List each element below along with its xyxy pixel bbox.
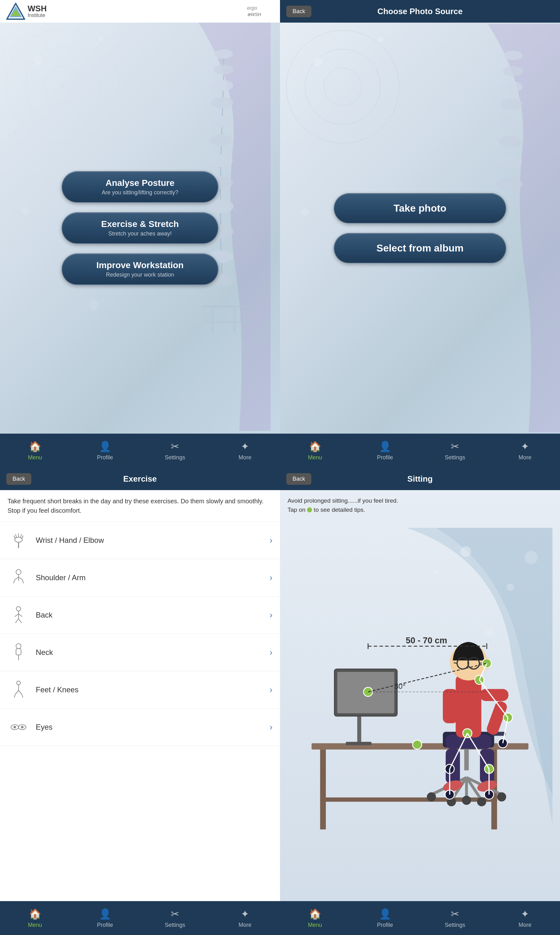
svg-point-138 xyxy=(482,659,491,668)
more-icon-3: ✦ xyxy=(241,908,249,920)
settings-icon-2: ✂ xyxy=(451,440,459,452)
feet-label: Feet / Knees xyxy=(36,685,270,694)
analyse-posture-button[interactable]: Analyse Posture Are you sitting/lifting … xyxy=(62,171,218,203)
nav-settings-label-3: Settings xyxy=(165,922,185,929)
back-button-2[interactable]: Back xyxy=(286,6,311,17)
svg-line-39 xyxy=(222,263,222,274)
spine-deco-2 xyxy=(472,23,560,434)
nav-profile-2[interactable]: 👤 Profile xyxy=(369,440,401,461)
nav-settings-2[interactable]: ✂ Settings xyxy=(440,440,471,461)
svg-point-141 xyxy=(412,740,422,749)
more-icon-1: ✦ xyxy=(241,440,249,452)
main-content: Analyse Posture Are you sitting/lifting … xyxy=(0,23,280,434)
exercise-content: Take frequent short breaks in the day an… xyxy=(0,490,280,901)
screen-exercise: Back Exercise Take frequent short breaks… xyxy=(0,468,280,935)
svg-point-55 xyxy=(502,82,523,92)
nav-more-3[interactable]: ✦ More xyxy=(229,908,261,929)
svg-rect-99 xyxy=(320,749,326,829)
back-icon xyxy=(8,604,29,626)
screen-main-menu: WSH Institute ergo ⊕WSH xyxy=(0,0,280,468)
nav-profile-label-4: Profile xyxy=(377,922,393,929)
exercise-item-wrist[interactable]: Wrist / Hand / Elbow › xyxy=(0,522,280,559)
exercise-stretch-subtitle: Stretch your aches away! xyxy=(72,231,208,237)
settings-icon-4: ✂ xyxy=(451,908,459,920)
nav-profile-3[interactable]: 👤 Profile xyxy=(89,908,121,929)
screen-photo-source: Back Choose Photo Source Take photo xyxy=(280,0,560,468)
nav-settings-1[interactable]: ✂ Settings xyxy=(160,440,191,461)
svg-line-37 xyxy=(220,213,221,225)
svg-line-134 xyxy=(454,663,457,663)
exercise-item-feet[interactable]: Feet / Knees › xyxy=(0,671,280,709)
bottom-nav-1: 🏠 Menu 👤 Profile ✂ Settings ✦ More xyxy=(0,434,280,468)
nav-more-1[interactable]: ✦ More xyxy=(229,440,261,461)
svg-point-46 xyxy=(22,45,41,63)
nav-menu-1[interactable]: 🏠 Menu xyxy=(20,440,51,461)
svg-point-17 xyxy=(214,49,233,59)
svg-point-11 xyxy=(117,46,121,49)
improve-workstation-button[interactable]: Improve Workstation Redesign your work s… xyxy=(62,254,218,285)
sitting-intro: Avoid prolonged sitting......if you feel… xyxy=(288,497,552,514)
shoulder-arrow: › xyxy=(270,573,272,583)
ergo-badge: ergo ⊕WSH xyxy=(245,3,274,20)
svg-line-66 xyxy=(20,534,22,538)
nav-settings-3[interactable]: ✂ Settings xyxy=(160,908,191,929)
nav-profile-4[interactable]: 👤 Profile xyxy=(369,908,401,929)
svg-point-23 xyxy=(209,154,232,167)
nav-more-label-4: More xyxy=(518,922,531,929)
wrist-label: Wrist / Hand / Elbow xyxy=(36,536,270,545)
home-icon-1: 🏠 xyxy=(29,440,42,452)
svg-point-19 xyxy=(212,80,233,91)
nav-more-2[interactable]: ✦ More xyxy=(509,440,541,461)
bottom-nav-2: 🏠 Menu 👤 Profile ✂ Settings ✦ More xyxy=(280,434,560,468)
nav-settings-label-1: Settings xyxy=(165,454,185,461)
photo-source-title: Choose Photo Source xyxy=(377,6,463,16)
bottom-nav-3: 🏠 Menu 👤 Profile ✂ Settings ✦ More xyxy=(0,901,280,935)
more-icon-4: ✦ xyxy=(521,908,529,920)
exercise-stretch-button[interactable]: Exercise & Stretch Stretch your aches aw… xyxy=(62,212,218,244)
back-arrow: › xyxy=(270,610,272,620)
exercise-item-eyes[interactable]: Eyes › xyxy=(0,709,280,746)
svg-point-92 xyxy=(21,726,23,728)
wrist-icon xyxy=(8,529,29,551)
settings-icon-3: ✂ xyxy=(171,908,179,920)
nav-more-4[interactable]: ✦ More xyxy=(509,908,541,929)
exercise-list: Wrist / Hand / Elbow › Shoulder xyxy=(0,522,280,901)
svg-point-49 xyxy=(324,68,362,106)
wrist-arrow: › xyxy=(270,535,272,545)
svg-text:50 - 70 cm: 50 - 70 cm xyxy=(406,635,447,645)
main-header: WSH Institute ergo ⊕WSH xyxy=(0,0,280,23)
svg-point-120 xyxy=(462,796,471,805)
wsh-subtitle: Institute xyxy=(28,12,47,18)
svg-point-51 xyxy=(377,37,384,43)
back-label: Back xyxy=(36,611,270,620)
nav-menu-2[interactable]: 🏠 Menu xyxy=(300,440,331,461)
nav-settings-4[interactable]: ✂ Settings xyxy=(440,908,471,929)
shoulder-icon xyxy=(8,567,29,589)
svg-point-14 xyxy=(97,35,104,42)
svg-point-50 xyxy=(313,57,322,66)
svg-point-137 xyxy=(363,687,372,697)
svg-point-74 xyxy=(16,607,21,611)
back-button-4[interactable]: Back xyxy=(286,473,311,485)
analyse-posture-title: Analyse Posture xyxy=(72,178,208,188)
bottom-nav-4: 🏠 Menu 👤 Profile ✂ Settings ✦ More xyxy=(280,901,560,935)
exercise-item-shoulder[interactable]: Shoulder / Arm › xyxy=(0,559,280,597)
wsh-logo-text: WSH Institute xyxy=(28,5,47,18)
nav-settings-label-4: Settings xyxy=(445,922,465,929)
back-button-3[interactable]: Back xyxy=(6,473,31,485)
svg-point-44 xyxy=(3,26,60,82)
nav-more-label-3: More xyxy=(238,922,251,929)
photo-source-header: Back Choose Photo Source xyxy=(280,0,560,23)
nav-menu-4[interactable]: 🏠 Menu xyxy=(300,908,331,929)
nav-menu-3[interactable]: 🏠 Menu xyxy=(20,908,51,929)
exercise-item-neck[interactable]: Neck › xyxy=(0,634,280,671)
nav-profile-1[interactable]: 👤 Profile xyxy=(89,440,121,461)
wsh-title: WSH xyxy=(28,5,47,12)
eyes-arrow: › xyxy=(270,722,272,732)
exercise-item-back[interactable]: Back › xyxy=(0,597,280,634)
profile-icon-2: 👤 xyxy=(379,440,391,452)
svg-line-63 xyxy=(14,536,15,539)
more-icon-2: ✦ xyxy=(521,440,529,452)
sitting-intro-line2: Tap on xyxy=(288,506,305,513)
svg-line-9 xyxy=(63,48,119,85)
